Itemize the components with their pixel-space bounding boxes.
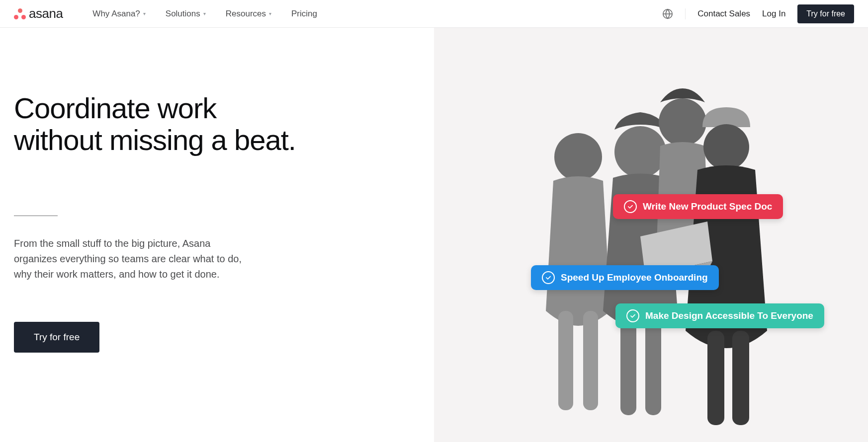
- check-circle-icon: [626, 309, 639, 322]
- site-header: asana Why Asana? ▾ Solutions ▾ Resources…: [0, 0, 868, 28]
- nav-label: Why Asana?: [92, 9, 140, 19]
- chevron-down-icon: ▾: [143, 11, 146, 16]
- main-nav: Why Asana? ▾ Solutions ▾ Resources ▾ Pri…: [92, 9, 317, 19]
- nav-pricing[interactable]: Pricing: [291, 9, 317, 19]
- nav-label: Resources: [226, 9, 266, 19]
- svg-rect-3: [558, 311, 573, 410]
- task-pill-label: Speed Up Employee Onboarding: [561, 272, 708, 283]
- check-circle-icon: [624, 200, 637, 213]
- chevron-down-icon: ▾: [269, 11, 271, 16]
- logo-mark-icon: [14, 8, 26, 19]
- nav-resources[interactable]: Resources ▾: [226, 9, 271, 19]
- globe-icon: [662, 8, 673, 19]
- chevron-down-icon: ▾: [203, 11, 206, 16]
- nav-label: Pricing: [291, 9, 317, 19]
- hero-image-area: Write New Product Spec Doc Speed Up Empl…: [434, 28, 868, 442]
- headline-line-2: without missing a beat.: [14, 124, 296, 156]
- svg-rect-4: [583, 311, 598, 410]
- check-circle-icon: [542, 271, 555, 284]
- header-actions: Contact Sales Log In Try for free: [662, 4, 854, 23]
- hero-content: Coordinate work without missing a beat. …: [0, 28, 434, 442]
- hero-section: Coordinate work without missing a beat. …: [0, 28, 868, 442]
- svg-point-8: [659, 98, 706, 146]
- headline-line-1: Coordinate work: [14, 92, 216, 124]
- login-link[interactable]: Log In: [762, 9, 785, 19]
- brand-logo[interactable]: asana: [14, 6, 63, 21]
- task-pill-label: Write New Product Spec Doc: [643, 201, 772, 212]
- svg-point-2: [554, 133, 602, 181]
- contact-sales-link[interactable]: Contact Sales: [697, 9, 750, 19]
- task-pill-label: Make Design Accessible To Everyone: [645, 310, 813, 321]
- task-pill-blue: Speed Up Employee Onboarding: [531, 265, 719, 290]
- task-pill-green: Make Design Accessible To Everyone: [615, 303, 824, 328]
- nav-label: Solutions: [166, 9, 200, 19]
- language-selector[interactable]: [662, 8, 686, 19]
- svg-point-9: [703, 124, 749, 170]
- hero-headline: Coordinate work without missing a beat.: [14, 92, 394, 156]
- people-illustration: [533, 73, 812, 430]
- divider: [14, 216, 58, 216]
- svg-rect-10: [707, 331, 724, 425]
- try-free-button-header[interactable]: Try for free: [797, 4, 854, 23]
- svg-rect-11: [732, 331, 749, 425]
- nav-why-asana[interactable]: Why Asana? ▾: [92, 9, 145, 19]
- brand-name: asana: [29, 6, 63, 21]
- svg-point-5: [614, 126, 666, 178]
- try-free-button-hero[interactable]: Try for free: [14, 322, 99, 353]
- nav-solutions[interactable]: Solutions ▾: [166, 9, 206, 19]
- task-pill-red: Write New Product Spec Doc: [613, 194, 783, 219]
- hero-subtext: From the small stuff to the big picture,…: [14, 236, 253, 282]
